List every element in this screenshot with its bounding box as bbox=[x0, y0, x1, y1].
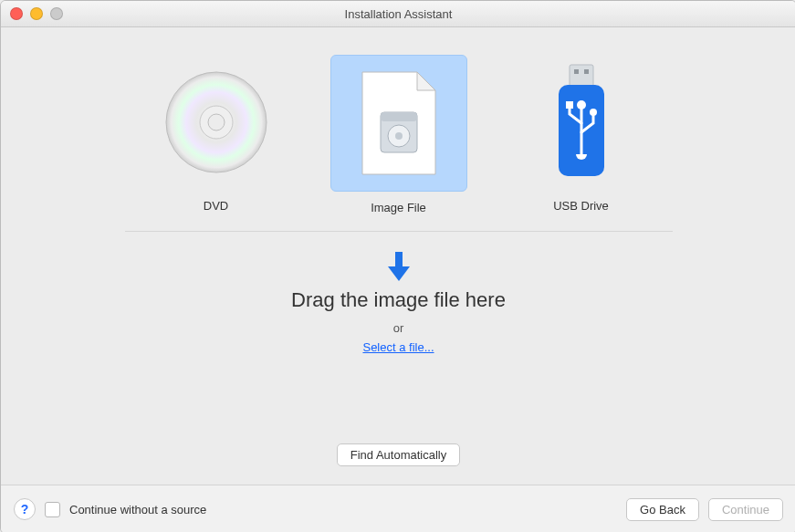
help-button[interactable]: ? bbox=[14, 498, 36, 520]
drop-or: or bbox=[393, 321, 404, 335]
svg-rect-7 bbox=[570, 65, 593, 87]
source-label-usb: USB Drive bbox=[553, 199, 609, 213]
usb-drive-icon bbox=[514, 55, 649, 190]
continue-without-source-label: Continue without a source bbox=[69, 503, 206, 516]
svg-rect-8 bbox=[574, 69, 579, 74]
source-label-dvd: DVD bbox=[204, 199, 228, 213]
continue-without-source-checkbox[interactable] bbox=[45, 502, 60, 517]
source-option-dvd[interactable]: DVD bbox=[143, 55, 289, 214]
minimize-window-button[interactable] bbox=[30, 7, 43, 20]
source-label-image-file: Image File bbox=[371, 201, 426, 214]
traffic-lights bbox=[10, 7, 63, 20]
dvd-icon bbox=[149, 55, 284, 190]
svg-point-6 bbox=[395, 132, 403, 140]
drop-heading: Drag the image file here bbox=[291, 288, 506, 312]
window-title: Installation Assistant bbox=[1, 7, 795, 21]
select-file-link[interactable]: Select a file... bbox=[362, 340, 434, 354]
go-back-button[interactable]: Go Back bbox=[626, 498, 699, 521]
content: DVD Image File bbox=[1, 27, 795, 485]
svg-point-13 bbox=[590, 109, 597, 116]
svg-rect-9 bbox=[584, 69, 589, 74]
arrow-down-icon bbox=[384, 250, 413, 283]
divider bbox=[125, 231, 673, 232]
help-icon: ? bbox=[21, 502, 29, 516]
source-option-image-file[interactable]: Image File bbox=[326, 55, 472, 214]
continue-button: Continue bbox=[708, 498, 783, 521]
footer: ? Continue without a source Go Back Cont… bbox=[1, 485, 795, 532]
window: Installation Assistant bbox=[0, 0, 795, 532]
source-option-usb[interactable]: USB Drive bbox=[508, 55, 654, 214]
svg-point-2 bbox=[208, 114, 225, 130]
source-options: DVD Image File bbox=[143, 55, 654, 214]
find-automatically-button[interactable]: Find Automatically bbox=[337, 443, 461, 466]
svg-rect-4 bbox=[381, 112, 417, 121]
close-window-button[interactable] bbox=[10, 7, 23, 20]
image-file-icon bbox=[330, 55, 467, 192]
zoom-window-button bbox=[50, 7, 63, 20]
titlebar: Installation Assistant bbox=[1, 1, 795, 27]
svg-rect-12 bbox=[566, 101, 573, 109]
